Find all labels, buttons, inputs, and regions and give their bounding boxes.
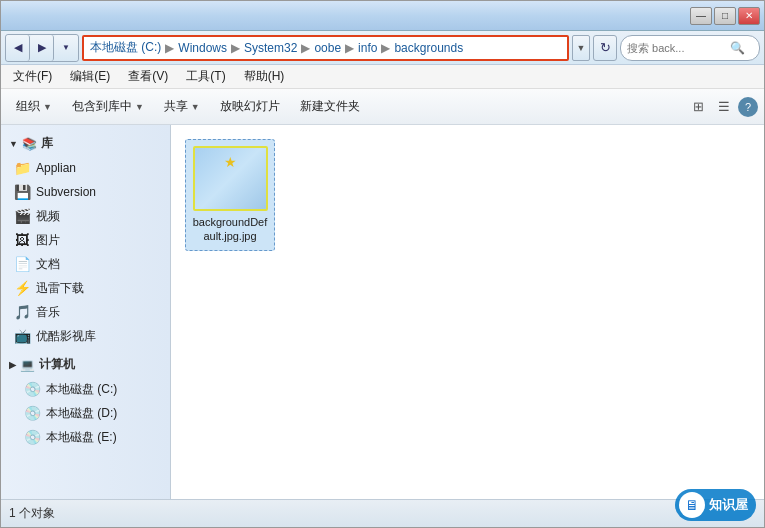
explorer-window: — □ ✕ ◀ ▶ ▼ 本地磁盘 (C:) ▶ Windows ▶ System…: [0, 0, 765, 528]
search-input[interactable]: [627, 42, 727, 54]
address-dropdown-button[interactable]: ▼: [572, 35, 590, 61]
video-label: 视频: [36, 208, 60, 225]
applian-label: Applian: [36, 161, 76, 175]
breadcrumb-backgrounds[interactable]: backgrounds: [394, 41, 463, 55]
disk-e-label: 本地磁盘 (E:): [46, 429, 117, 446]
sidebar-group-libraries[interactable]: ▼ 📚 库: [1, 131, 170, 156]
libraries-icon: 📚: [22, 137, 37, 151]
menu-view[interactable]: 查看(V): [120, 66, 176, 87]
music-label: 音乐: [36, 304, 60, 321]
search-box[interactable]: 🔍: [620, 35, 760, 61]
title-bar: — □ ✕: [1, 1, 764, 31]
music-icon: 🎵: [13, 303, 31, 321]
menu-tools[interactable]: 工具(T): [178, 66, 233, 87]
sidebar-item-youku[interactable]: 📺 优酷影视库: [1, 324, 170, 348]
file-item-background[interactable]: ★ backgroundDefault.jpg.jpg: [185, 139, 275, 251]
disk-d-label: 本地磁盘 (D:): [46, 405, 117, 422]
share-button[interactable]: 共享 ▼: [155, 94, 209, 119]
breadcrumb-windows[interactable]: Windows: [178, 41, 227, 55]
computer-icon: 💻: [20, 358, 35, 372]
include-in-library-button[interactable]: 包含到库中 ▼: [63, 94, 153, 119]
organize-button[interactable]: 组织 ▼: [7, 94, 61, 119]
sep-5: ▶: [381, 41, 390, 55]
sidebar-item-applian[interactable]: 📁 Applian: [1, 156, 170, 180]
sidebar-item-video[interactable]: 🎬 视频: [1, 204, 170, 228]
recent-button[interactable]: ▼: [54, 35, 78, 61]
sep-3: ▶: [301, 41, 310, 55]
sidebar-item-disk-c[interactable]: 💿 本地磁盘 (C:): [1, 377, 170, 401]
view-list-button[interactable]: ☰: [712, 95, 736, 119]
sidebar-group-computer[interactable]: ▶ 💻 计算机: [1, 352, 170, 377]
thunder-icon: ⚡: [13, 279, 31, 297]
sidebar-section-libraries: ▼ 📚 库 📁 Applian 💾 Subversion 🎬 视频: [1, 131, 170, 348]
organize-arrow: ▼: [43, 102, 52, 112]
sep-2: ▶: [231, 41, 240, 55]
documents-label: 文档: [36, 256, 60, 273]
forward-button[interactable]: ▶: [30, 35, 54, 61]
address-box[interactable]: 本地磁盘 (C:) ▶ Windows ▶ System32 ▶ oobe ▶ …: [82, 35, 569, 61]
file-area: ★ backgroundDefault.jpg.jpg: [171, 125, 764, 499]
disk-c-label: 本地磁盘 (C:): [46, 381, 117, 398]
video-icon: 🎬: [13, 207, 31, 225]
subversion-icon: 💾: [13, 183, 31, 201]
breadcrumb-system32[interactable]: System32: [244, 41, 297, 55]
slideshow-button[interactable]: 放映幻灯片: [211, 94, 289, 119]
breadcrumb-c[interactable]: 本地磁盘 (C:): [90, 39, 161, 56]
youku-label: 优酷影视库: [36, 328, 96, 345]
menu-bar: 文件(F) 编辑(E) 查看(V) 工具(T) 帮助(H): [1, 65, 764, 89]
computer-expand-icon: ▶: [9, 360, 16, 370]
back-button[interactable]: ◀: [6, 35, 30, 61]
file-item-name: backgroundDefault.jpg.jpg: [192, 215, 268, 244]
maximize-button[interactable]: □: [714, 7, 736, 25]
sep-1: ▶: [165, 41, 174, 55]
sep-4: ▶: [345, 41, 354, 55]
sidebar-item-subversion[interactable]: 💾 Subversion: [1, 180, 170, 204]
libraries-label: 库: [41, 135, 53, 152]
nav-button-group: ◀ ▶ ▼: [5, 34, 79, 62]
toolbar: 组织 ▼ 包含到库中 ▼ 共享 ▼ 放映幻灯片 新建文件夹 ⊞ ☰ ?: [1, 89, 764, 125]
sidebar-item-documents[interactable]: 📄 文档: [1, 252, 170, 276]
sidebar-item-disk-d[interactable]: 💿 本地磁盘 (D:): [1, 401, 170, 425]
pictures-label: 图片: [36, 232, 60, 249]
view-toggle-button[interactable]: ⊞: [686, 95, 710, 119]
sidebar-section-computer: ▶ 💻 计算机 💿 本地磁盘 (C:) 💿 本地磁盘 (D:) 💿 本地磁盘 (…: [1, 352, 170, 449]
documents-icon: 📄: [13, 255, 31, 273]
status-count: 1 个对象: [9, 505, 55, 522]
menu-help[interactable]: 帮助(H): [236, 66, 293, 87]
sidebar-item-thunder[interactable]: ⚡ 迅雷下载: [1, 276, 170, 300]
share-arrow: ▼: [191, 102, 200, 112]
menu-file[interactable]: 文件(F): [5, 66, 60, 87]
new-folder-button[interactable]: 新建文件夹: [291, 94, 369, 119]
thunder-label: 迅雷下载: [36, 280, 84, 297]
libraries-expand-icon: ▼: [9, 139, 18, 149]
pictures-icon: 🖼: [13, 231, 31, 249]
sidebar-item-music[interactable]: 🎵 音乐: [1, 300, 170, 324]
watermark-icon: 🖥: [679, 492, 705, 518]
applian-icon: 📁: [13, 159, 31, 177]
sidebar-item-disk-e[interactable]: 💿 本地磁盘 (E:): [1, 425, 170, 449]
subversion-label: Subversion: [36, 185, 96, 199]
help-icon-button[interactable]: ?: [738, 97, 758, 117]
search-icon: 🔍: [730, 41, 745, 55]
status-bar: 1 个对象 🖥 知识屋: [1, 499, 764, 527]
library-arrow: ▼: [135, 102, 144, 112]
watermark-text: 知识屋: [709, 496, 748, 514]
disk-d-icon: 💿: [23, 404, 41, 422]
file-star-icon: ★: [224, 154, 237, 170]
content-area: ▼ 📚 库 📁 Applian 💾 Subversion 🎬 视频: [1, 125, 764, 499]
refresh-button[interactable]: ↻: [593, 35, 617, 61]
youku-icon: 📺: [13, 327, 31, 345]
menu-edit[interactable]: 编辑(E): [62, 66, 118, 87]
minimize-button[interactable]: —: [690, 7, 712, 25]
address-bar-row: ◀ ▶ ▼ 本地磁盘 (C:) ▶ Windows ▶ System32 ▶ o…: [1, 31, 764, 65]
breadcrumb-oobe[interactable]: oobe: [314, 41, 341, 55]
title-bar-controls: — □ ✕: [690, 7, 760, 25]
sidebar-item-pictures[interactable]: 🖼 图片: [1, 228, 170, 252]
toolbar-right: ⊞ ☰ ?: [686, 95, 758, 119]
computer-label: 计算机: [39, 356, 75, 373]
breadcrumb-info[interactable]: info: [358, 41, 377, 55]
sidebar: ▼ 📚 库 📁 Applian 💾 Subversion 🎬 视频: [1, 125, 171, 499]
close-button[interactable]: ✕: [738, 7, 760, 25]
watermark: 🖥 知识屋: [675, 489, 756, 521]
file-thumbnail: ★: [193, 146, 268, 211]
